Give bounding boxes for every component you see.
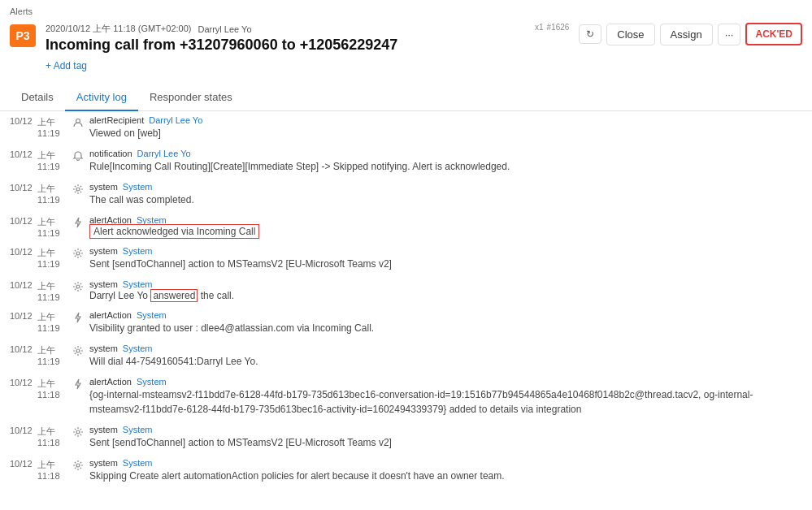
log-type: system — [89, 279, 118, 289]
log-time: 上午 11:19 — [37, 215, 67, 238]
log-time: 上午 11:18 — [37, 377, 67, 400]
log-text: The call was completed. — [89, 192, 802, 207]
log-type: alertAction — [89, 310, 132, 320]
log-date: 10/12 — [10, 425, 33, 435]
alert-timestamp: 2020/10/12 上午 11:18 (GMT+02:00) — [46, 23, 191, 35]
settings-icon — [72, 344, 85, 357]
log-user: Darryl Lee Yo — [149, 115, 202, 125]
log-type: system — [89, 344, 118, 353]
settings-icon — [72, 182, 85, 195]
svg-marker-5 — [76, 313, 80, 322]
svg-point-4 — [76, 285, 80, 288]
log-entry-9: 10/12上午 11:18systemSystemSent [sendToCha… — [10, 421, 802, 454]
flash-icon — [72, 377, 85, 390]
refresh-button[interactable]: ↻ — [579, 24, 601, 44]
close-button[interactable]: Close — [606, 24, 654, 45]
log-text-highlighted: Alert acknowledged via Incoming Call — [89, 226, 802, 237]
acked-button[interactable]: ACK'ED — [745, 23, 802, 45]
log-date: 10/12 — [10, 149, 33, 159]
log-type: system — [89, 425, 118, 434]
settings-icon — [72, 279, 85, 292]
log-date: 10/12 — [10, 215, 33, 226]
svg-point-9 — [76, 464, 80, 467]
log-entry-0: 10/12上午 11:19alertRecipientDarryl Lee Yo… — [10, 111, 802, 145]
settings-icon — [72, 425, 85, 438]
log-date: 10/12 — [10, 182, 33, 192]
log-content: alertRecipientDarryl Lee YoViewed on [we… — [89, 115, 802, 140]
log-user: System — [123, 344, 153, 353]
activity-log: 10/12上午 11:19alertRecipientDarryl Lee Yo… — [0, 111, 812, 485]
log-text: Visibility granted to user : dlee4@atlas… — [89, 321, 802, 335]
log-time: 上午 11:19 — [37, 149, 67, 171]
log-text: Rule[Incoming Call Routing][Create][Imme… — [89, 159, 802, 174]
svg-point-3 — [76, 252, 80, 255]
log-content: systemSystemSent [sendToChannel] action … — [89, 425, 802, 450]
svg-marker-2 — [76, 218, 80, 227]
assign-button[interactable]: Assign — [660, 24, 713, 45]
log-date: 10/12 — [10, 344, 33, 354]
log-user: System — [123, 458, 153, 468]
x1-badge: x1 — [535, 23, 544, 32]
svg-point-8 — [76, 430, 80, 434]
log-entry-3: 10/12上午 11:19alertActionSystemAlert ackn… — [10, 211, 802, 242]
svg-marker-7 — [76, 379, 80, 389]
log-content: systemSystemThe call was completed. — [89, 182, 802, 207]
more-button[interactable]: ··· — [718, 24, 741, 45]
log-content: alertActionSystemAlert acknowledged via … — [89, 215, 802, 237]
log-user: System — [123, 182, 153, 192]
log-user: Darryl Lee Yo — [137, 149, 191, 158]
log-content: notificationDarryl Lee YoRule[Incoming C… — [89, 149, 802, 174]
log-date: 10/12 — [10, 115, 33, 126]
alert-title: Incoming call from +31207960060 to +1205… — [46, 37, 525, 54]
add-tag-link[interactable]: + Add tag — [46, 57, 525, 78]
log-time: 上午 11:19 — [37, 115, 67, 138]
log-time: 上午 11:19 — [37, 310, 67, 333]
settings-icon — [72, 458, 85, 471]
log-time: 上午 11:19 — [37, 279, 67, 302]
log-time: 上午 11:18 — [37, 425, 67, 447]
flash-icon — [72, 215, 85, 228]
log-date: 10/12 — [10, 279, 33, 290]
priority-badge: P3 — [10, 24, 36, 47]
log-time: 上午 11:19 — [37, 246, 67, 269]
svg-point-6 — [76, 349, 80, 352]
log-user: System — [123, 425, 153, 434]
settings-icon — [72, 246, 85, 259]
log-type: alertRecipient — [89, 115, 144, 125]
log-text: {og-internal-msteamsv2-f11bdd7e-6128-44f… — [89, 387, 802, 417]
log-text: Skipping Create alert automationAction p… — [89, 469, 802, 483]
log-content: alertActionSystem{og-internal-msteamsv2-… — [89, 377, 802, 417]
log-type: notification — [89, 149, 132, 158]
log-text: Will dial 44-7549160541:Darryl Lee Yo. — [89, 354, 802, 369]
log-user: System — [123, 279, 153, 289]
log-entry-1: 10/12上午 11:19notificationDarryl Lee YoRu… — [10, 145, 802, 178]
log-user: System — [137, 310, 167, 320]
log-text-word-highlight: Darryl Lee Yo answered the call. — [89, 290, 802, 301]
log-text: Sent [sendToChannel] action to MSTeamsV2… — [89, 257, 802, 271]
log-content: systemSystemSent [sendToChannel] action … — [89, 246, 802, 271]
tab-activity-log[interactable]: Activity log — [65, 84, 138, 111]
svg-point-1 — [76, 188, 80, 191]
flash-icon — [72, 310, 85, 323]
log-text: Sent [sendToChannel] action to MSTeamsV2… — [89, 435, 802, 450]
log-entry-4: 10/12上午 11:19systemSystemSent [sendToCha… — [10, 242, 802, 275]
log-user: System — [137, 377, 167, 387]
log-type: system — [89, 182, 118, 192]
log-date: 10/12 — [10, 310, 33, 321]
log-entry-10: 10/12上午 11:18systemSystemSkipping Create… — [10, 454, 802, 485]
log-time: 上午 11:19 — [37, 344, 67, 366]
tab-responder-states[interactable]: Responder states — [138, 84, 244, 111]
bell-icon — [72, 149, 85, 162]
alert-user: Darryl Lee Yo — [198, 24, 251, 34]
tab-details[interactable]: Details — [10, 84, 65, 111]
log-type: system — [89, 246, 118, 256]
alerts-label: Alerts — [0, 0, 812, 18]
log-content: alertActionSystemVisibility granted to u… — [89, 310, 802, 335]
log-entry-2: 10/12上午 11:19systemSystemThe call was co… — [10, 178, 802, 211]
log-text: Viewed on [web] — [89, 126, 802, 140]
log-content: systemSystemDarryl Lee Yo answered the c… — [89, 279, 802, 301]
log-content: systemSystemWill dial 44-7549160541:Darr… — [89, 344, 802, 369]
log-entry-7: 10/12上午 11:19systemSystemWill dial 44-75… — [10, 339, 802, 373]
log-date: 10/12 — [10, 377, 33, 387]
alert-id: #1626 — [547, 23, 570, 32]
